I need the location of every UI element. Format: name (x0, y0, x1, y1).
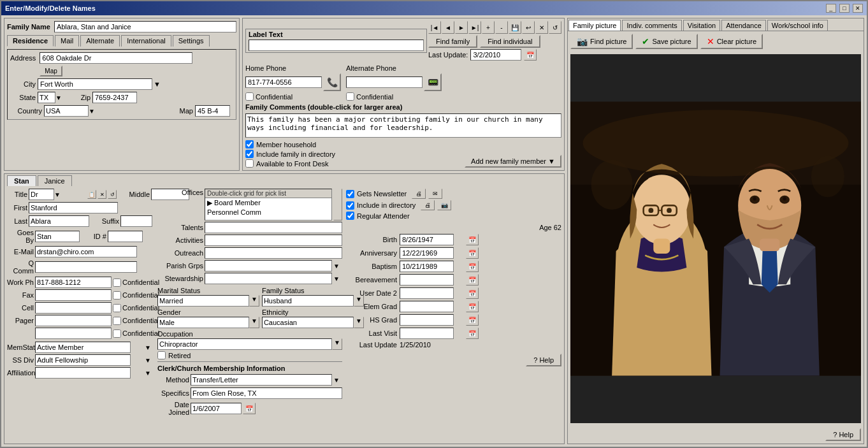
tab-family-picture[interactable]: Family picture (568, 20, 621, 31)
date-joined-cal-btn[interactable]: 📅 (243, 403, 256, 414)
tab-attendance[interactable]: Attendance (721, 20, 766, 31)
family-status-input[interactable] (262, 295, 354, 307)
include-dir-cb[interactable] (346, 201, 354, 210)
title-input[interactable] (29, 189, 54, 200)
zip-input[interactable] (92, 92, 137, 103)
talents-input[interactable] (205, 222, 342, 233)
newsletter-email-btn[interactable]: ✉ (428, 189, 442, 199)
offices-item-2[interactable]: Personnel Comm (205, 208, 331, 217)
regular-attender-cb[interactable] (346, 212, 354, 220)
add-member-button[interactable]: Add new family member ▼ (465, 155, 561, 168)
label-text-input[interactable] (249, 40, 424, 51)
cell-input[interactable] (35, 302, 112, 314)
tab-stan[interactable]: Stan (7, 175, 36, 186)
offices-item-1[interactable]: ▶ Board Member (205, 198, 331, 208)
alt-phone-input[interactable] (346, 76, 423, 88)
affiliation-input[interactable] (35, 367, 131, 379)
nav-add-btn[interactable]: + (482, 21, 495, 34)
last-input[interactable] (29, 215, 89, 227)
last-visit-input[interactable] (400, 328, 454, 339)
minimize-button[interactable]: _ (826, 4, 836, 13)
date-joined-input[interactable] (191, 403, 242, 414)
baptism-input[interactable] (400, 261, 454, 272)
title-dropdown-icon[interactable]: ▼ (54, 191, 61, 198)
nav-close-btn[interactable]: ✕ (535, 21, 548, 34)
offices-list[interactable]: Double-click grid for pick list ▶ Board … (205, 189, 332, 220)
fax-input[interactable] (35, 289, 112, 301)
method-dropdown-icon[interactable]: ▼ (333, 377, 342, 384)
city-input[interactable] (38, 78, 152, 90)
memstat-dropdown-icon[interactable]: ▼ (145, 344, 154, 351)
person-delete-btn[interactable]: ✕ (98, 190, 106, 199)
newsletter-print-btn[interactable]: 🖨 (412, 189, 426, 199)
maximize-button[interactable]: □ (839, 4, 850, 13)
user-date2-cal-btn[interactable]: 📅 (466, 287, 479, 299)
affiliation-dropdown-icon[interactable]: ▼ (145, 370, 154, 377)
member-household-cb[interactable] (245, 140, 254, 148)
bereavement-cal-btn[interactable]: 📅 (466, 274, 479, 285)
ethnicity-input[interactable] (262, 317, 354, 328)
alt-confidential-cb[interactable] (346, 92, 354, 101)
save-picture-button[interactable]: ✔ Save picture (635, 34, 697, 49)
birth-input[interactable] (400, 234, 454, 245)
extra-conf-cb[interactable] (113, 329, 121, 338)
map-ref-input[interactable] (195, 105, 230, 117)
id-input[interactable] (108, 231, 143, 242)
nav-save-btn[interactable]: 💾 (509, 21, 521, 34)
tab-janice[interactable]: Janice (38, 175, 72, 186)
pager-input[interactable] (35, 315, 112, 326)
home-confidential-cb[interactable] (245, 92, 254, 101)
tab-work-school[interactable]: Work/school info (767, 20, 828, 31)
extra-input[interactable] (35, 328, 112, 339)
available-front-desk-cb[interactable] (245, 159, 254, 168)
ss-div-dropdown-icon[interactable]: ▼ (145, 357, 154, 364)
last-visit-cal-btn[interactable]: 📅 (466, 328, 479, 339)
pager-conf-cb[interactable] (113, 317, 121, 325)
anniversary-cal-btn[interactable]: 📅 (466, 247, 479, 259)
tab-mail[interactable]: Mail (55, 35, 79, 47)
tab-indiv-comments[interactable]: Indiv. comments (622, 20, 681, 31)
picture-help-button[interactable]: ? Help (825, 428, 861, 441)
person-refresh-btn[interactable]: ↺ (108, 190, 117, 199)
nav-refresh-btn[interactable]: ↺ (549, 21, 561, 34)
nav-first-btn[interactable]: |◄ (428, 21, 441, 34)
baptism-cal-btn[interactable]: 📅 (466, 261, 479, 272)
marital-dropdown-icon[interactable]: ▼ (249, 295, 259, 307)
occupation-dropdown-icon[interactable]: ▼ (332, 338, 342, 350)
occupation-input[interactable] (157, 338, 332, 350)
qcomm-input[interactable] (35, 261, 137, 273)
hs-grad-input[interactable] (400, 314, 454, 326)
dir-print-btn[interactable]: 🖨 (421, 200, 435, 210)
user-date2-input[interactable] (400, 287, 454, 299)
first-input[interactable] (29, 202, 118, 213)
fax-conf-cb[interactable] (113, 291, 121, 300)
home-phone-input[interactable] (245, 76, 322, 88)
map-button[interactable]: Map (40, 66, 62, 76)
ss-div-input[interactable] (35, 354, 131, 366)
dir-photo-btn[interactable]: 📷 (437, 200, 451, 210)
stewardship-input[interactable] (205, 273, 332, 284)
method-input[interactable] (191, 374, 332, 386)
stewardship-dropdown-icon[interactable]: ▼ (333, 275, 342, 282)
hs-grad-cal-btn[interactable]: 📅 (466, 314, 479, 326)
nav-next-btn[interactable]: ► (455, 21, 468, 34)
include-directory-cb[interactable] (245, 150, 254, 158)
person-copy-btn[interactable]: 📋 (87, 190, 96, 199)
specifics-input[interactable] (191, 387, 342, 399)
nav-undo-btn[interactable]: ↩ (522, 21, 535, 34)
marital-status-input[interactable] (157, 295, 249, 307)
last-update-input[interactable]: 3/2/2010 (470, 49, 521, 61)
memstat-input[interactable] (35, 342, 131, 353)
elem-grad-input[interactable] (400, 301, 454, 312)
country-dropdown[interactable]: ▼ (89, 108, 95, 115)
parish-grps-input[interactable] (205, 260, 332, 271)
nav-prev-btn[interactable]: ◄ (442, 21, 454, 34)
activities-input[interactable] (205, 235, 342, 246)
close-button[interactable]: ✕ (853, 4, 863, 13)
clear-picture-button[interactable]: ✕ Clear picture (700, 34, 763, 49)
find-family-button[interactable]: Find family (428, 35, 477, 48)
update-cal-btn[interactable]: 📅 (524, 49, 537, 61)
alt-phone-icon-btn[interactable]: 📟 (424, 73, 442, 91)
nav-delete-btn[interactable]: - (495, 21, 508, 34)
suffix-input[interactable] (120, 215, 152, 227)
